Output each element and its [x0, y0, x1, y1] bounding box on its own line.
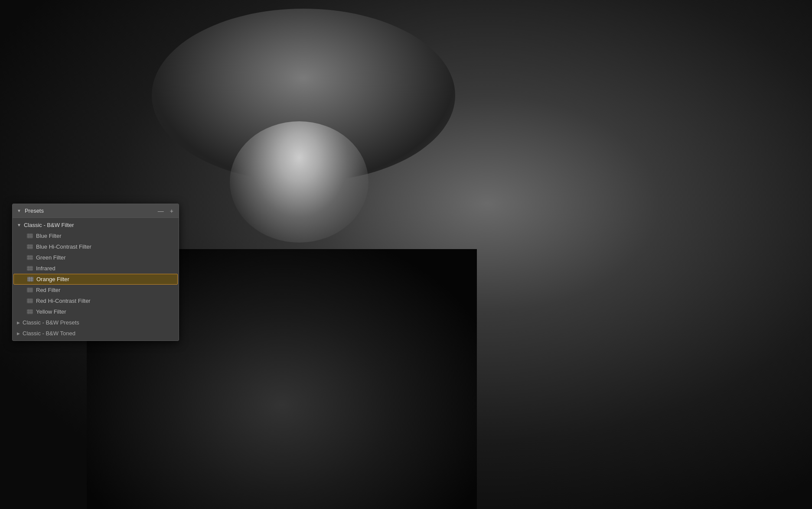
- svg-rect-25: [27, 288, 33, 292]
- preset-label-red-hi-contrast: Red Hi-Contrast Filter: [36, 298, 91, 304]
- preset-item-blue-filter[interactable]: Blue Filter: [13, 230, 179, 241]
- preset-label-blue-hi-contrast: Blue Hi-Contrast Filter: [36, 243, 91, 250]
- preset-icon-blue-hi-contrast: [26, 244, 33, 250]
- preset-icon-green-filter: [26, 255, 33, 260]
- preset-item-orange-filter[interactable]: Orange Filter: [13, 274, 178, 285]
- preset-icon-red-hi-contrast: [26, 298, 33, 304]
- svg-rect-20: [27, 277, 33, 282]
- preset-icon-infrared: [26, 266, 33, 271]
- bw-toned-label: Classic - B&W Toned: [23, 330, 75, 337]
- preset-label-infrared: Infrared: [36, 265, 55, 272]
- preset-item-blue-hi-contrast[interactable]: Blue Hi-Contrast Filter: [13, 241, 179, 252]
- bw-filter-collapse-arrow: ▼: [17, 223, 21, 227]
- preset-item-red-hi-contrast[interactable]: Red Hi-Contrast Filter: [13, 295, 179, 306]
- panel-collapse-arrow[interactable]: ▼: [17, 208, 21, 213]
- bw-presets-collapse-arrow: ▶: [17, 321, 20, 325]
- svg-rect-10: [27, 255, 33, 260]
- bw-toned-collapse-arrow: ▶: [17, 331, 20, 336]
- preset-icon-orange-filter: [27, 277, 34, 282]
- svg-rect-5: [27, 244, 33, 249]
- preset-label-yellow-filter: Yellow Filter: [36, 308, 66, 315]
- panel-content: ▼ Classic - B&W Filter Blue Filter: [13, 218, 179, 340]
- preset-item-red-filter[interactable]: Red Filter: [13, 285, 179, 295]
- group-bw-filter[interactable]: ▼ Classic - B&W Filter: [13, 220, 179, 230]
- svg-rect-35: [27, 309, 33, 314]
- bw-presets-label: Classic - B&W Presets: [23, 319, 79, 326]
- add-preset-button[interactable]: +: [169, 208, 174, 214]
- presets-panel: ▼ Presets — + ▼ Classic - B&W Filter: [12, 204, 179, 341]
- group-bw-toned[interactable]: ▶ Classic - B&W Toned: [13, 328, 179, 339]
- remove-preset-button[interactable]: —: [157, 208, 165, 214]
- preset-item-green-filter[interactable]: Green Filter: [13, 252, 179, 263]
- svg-rect-0: [27, 233, 33, 238]
- panel-title: Presets: [25, 207, 44, 214]
- preset-icon-red-filter: [26, 288, 33, 293]
- preset-label-red-filter: Red Filter: [36, 287, 60, 293]
- panel-header-controls: — +: [157, 208, 174, 214]
- svg-rect-15: [27, 266, 33, 271]
- preset-label-orange-filter: Orange Filter: [36, 276, 69, 282]
- group-bw-presets[interactable]: ▶ Classic - B&W Presets: [13, 317, 179, 328]
- preset-icon-yellow-filter: [26, 309, 33, 314]
- preset-label-green-filter: Green Filter: [36, 254, 66, 261]
- preset-label-blue-filter: Blue Filter: [36, 233, 62, 239]
- panel-header: ▼ Presets — +: [13, 204, 179, 218]
- preset-item-infrared[interactable]: Infrared: [13, 263, 179, 274]
- bw-filter-label: Classic - B&W Filter: [24, 222, 74, 228]
- face-highlight: [230, 121, 368, 243]
- preset-icon-blue-filter: [26, 233, 33, 239]
- svg-rect-30: [27, 298, 33, 303]
- preset-item-yellow-filter[interactable]: Yellow Filter: [13, 306, 179, 317]
- panel-header-left: ▼ Presets: [17, 207, 44, 214]
